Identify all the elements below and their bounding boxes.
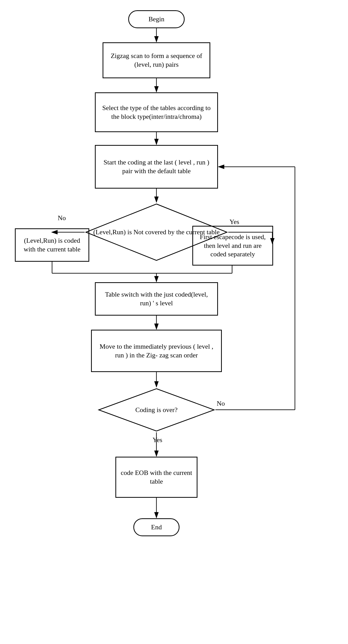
start-coding-label: Start the coding at the last ( level , r…: [100, 158, 213, 175]
move-prev-node: Move to the immediately previous ( level…: [91, 330, 222, 372]
diamond-covered-label: (Level,Run) is Not covered by the curren…: [91, 225, 222, 239]
select-table-label: Select the type of the tables according …: [100, 104, 213, 121]
yes-right-label: Yes: [230, 218, 239, 226]
zigzag-node: Zigzag scan to form a sequence of (level…: [103, 42, 210, 78]
code-eob-node: code EOB with the current table: [115, 457, 197, 498]
end-label: End: [151, 523, 162, 532]
diamond-over-node: Coding is over?: [97, 387, 215, 432]
coded-with-label: (Level,Run) is coded with the current ta…: [19, 236, 85, 254]
zigzag-label: Zigzag scan to form a sequence of (level…: [107, 52, 206, 69]
end-node: End: [133, 518, 180, 536]
start-coding-node: Start the coding at the last ( level , r…: [95, 145, 218, 189]
code-eob-label: code EOB with the current table: [120, 469, 193, 486]
yes-bottom-label: Yes: [153, 436, 162, 444]
flowchart: Begin Zigzag scan to form a sequence of …: [0, 0, 348, 644]
no-left-label: No: [58, 214, 66, 222]
table-switch-label: Table switch with the just coded(level, …: [100, 290, 213, 308]
begin-node: Begin: [128, 10, 185, 28]
move-prev-label: Move to the immediately previous ( level…: [96, 342, 217, 360]
no-right-label: No: [217, 400, 225, 407]
select-table-node: Select the type of the tables according …: [95, 92, 218, 132]
diamond-over-label: Coding is over?: [133, 403, 180, 417]
begin-label: Begin: [148, 15, 164, 24]
table-switch-node: Table switch with the just coded(level, …: [95, 282, 218, 316]
coded-with-node: (Level,Run) is coded with the current ta…: [15, 228, 89, 262]
